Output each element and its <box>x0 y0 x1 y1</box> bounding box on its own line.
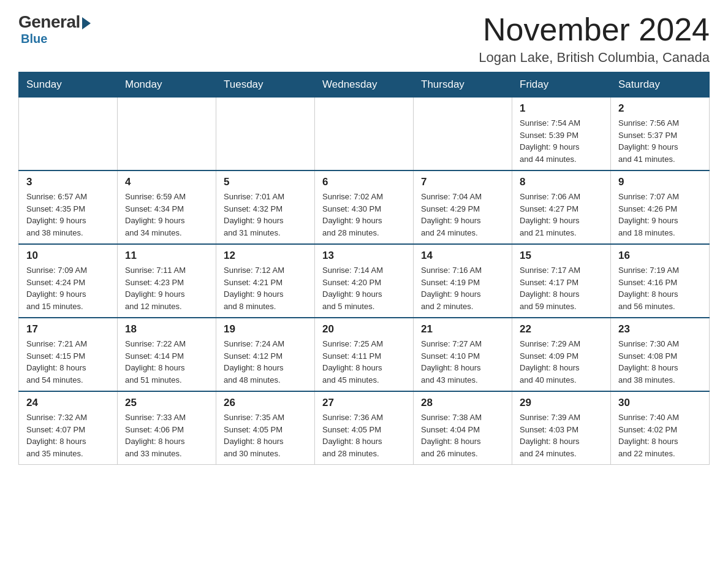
header-sunday: Sunday <box>19 72 118 98</box>
table-row: 3Sunrise: 6:57 AM Sunset: 4:35 PM Daylig… <box>19 170 118 244</box>
day-info: Sunrise: 7:38 AM Sunset: 4:04 PM Dayligh… <box>421 412 504 459</box>
table-row: 9Sunrise: 7:07 AM Sunset: 4:26 PM Daylig… <box>611 170 710 244</box>
table-row: 15Sunrise: 7:17 AM Sunset: 4:17 PM Dayli… <box>512 244 611 318</box>
day-number: 25 <box>125 397 208 409</box>
day-number: 20 <box>322 323 406 335</box>
calendar-week-row: 10Sunrise: 7:09 AM Sunset: 4:24 PM Dayli… <box>19 244 710 318</box>
day-number: 9 <box>618 176 702 188</box>
header-friday: Friday <box>512 72 611 98</box>
day-number: 5 <box>224 176 307 188</box>
day-number: 30 <box>618 397 702 409</box>
day-number: 21 <box>421 323 504 335</box>
day-number: 16 <box>618 250 702 262</box>
calendar-body: 1Sunrise: 7:54 AM Sunset: 5:39 PM Daylig… <box>19 98 710 465</box>
day-info: Sunrise: 7:33 AM Sunset: 4:06 PM Dayligh… <box>125 412 208 459</box>
day-info: Sunrise: 6:59 AM Sunset: 4:34 PM Dayligh… <box>125 191 208 239</box>
table-row <box>19 98 118 171</box>
table-row: 20Sunrise: 7:25 AM Sunset: 4:11 PM Dayli… <box>315 318 414 391</box>
day-number: 27 <box>322 397 406 409</box>
day-info: Sunrise: 7:04 AM Sunset: 4:29 PM Dayligh… <box>421 191 504 239</box>
day-info: Sunrise: 7:22 AM Sunset: 4:14 PM Dayligh… <box>125 338 208 386</box>
table-row: 21Sunrise: 7:27 AM Sunset: 4:10 PM Dayli… <box>414 318 512 391</box>
table-row: 23Sunrise: 7:30 AM Sunset: 4:08 PM Dayli… <box>611 318 710 391</box>
table-row: 13Sunrise: 7:14 AM Sunset: 4:20 PM Dayli… <box>315 244 414 318</box>
header-thursday: Thursday <box>414 72 512 98</box>
table-row: 19Sunrise: 7:24 AM Sunset: 4:12 PM Dayli… <box>216 318 315 391</box>
table-row: 30Sunrise: 7:40 AM Sunset: 4:02 PM Dayli… <box>611 391 710 465</box>
page-header: General Blue November 2024 Logan Lake, B… <box>18 12 710 66</box>
table-row: 22Sunrise: 7:29 AM Sunset: 4:09 PM Dayli… <box>512 318 611 391</box>
day-number: 14 <box>421 250 504 262</box>
day-info: Sunrise: 7:39 AM Sunset: 4:03 PM Dayligh… <box>520 412 603 459</box>
day-info: Sunrise: 7:12 AM Sunset: 4:21 PM Dayligh… <box>224 264 307 312</box>
table-row <box>414 98 512 171</box>
calendar-week-row: 24Sunrise: 7:32 AM Sunset: 4:07 PM Dayli… <box>19 391 710 465</box>
day-number: 22 <box>520 323 603 335</box>
day-info: Sunrise: 7:25 AM Sunset: 4:11 PM Dayligh… <box>322 338 406 386</box>
calendar-week-row: 17Sunrise: 7:21 AM Sunset: 4:15 PM Dayli… <box>19 318 710 391</box>
day-info: Sunrise: 7:27 AM Sunset: 4:10 PM Dayligh… <box>421 338 504 386</box>
table-row <box>118 98 216 171</box>
day-number: 11 <box>125 250 208 262</box>
day-number: 12 <box>224 250 307 262</box>
table-row: 2Sunrise: 7:56 AM Sunset: 5:37 PM Daylig… <box>611 98 710 171</box>
table-row: 28Sunrise: 7:38 AM Sunset: 4:04 PM Dayli… <box>414 391 512 465</box>
day-info: Sunrise: 7:21 AM Sunset: 4:15 PM Dayligh… <box>26 338 110 386</box>
logo-blue-text: Blue <box>21 32 47 46</box>
day-number: 2 <box>618 102 702 115</box>
day-number: 17 <box>26 323 110 335</box>
day-info: Sunrise: 7:36 AM Sunset: 4:05 PM Dayligh… <box>322 412 406 459</box>
month-title: November 2024 <box>479 12 710 47</box>
table-row: 5Sunrise: 7:01 AM Sunset: 4:32 PM Daylig… <box>216 170 315 244</box>
day-info: Sunrise: 7:09 AM Sunset: 4:24 PM Dayligh… <box>26 264 110 312</box>
day-number: 23 <box>618 323 702 335</box>
table-row: 11Sunrise: 7:11 AM Sunset: 4:23 PM Dayli… <box>118 244 216 318</box>
day-info: Sunrise: 7:17 AM Sunset: 4:17 PM Dayligh… <box>520 264 603 312</box>
day-info: Sunrise: 7:01 AM Sunset: 4:32 PM Dayligh… <box>224 191 307 239</box>
day-number: 26 <box>224 397 307 409</box>
day-info: Sunrise: 7:14 AM Sunset: 4:20 PM Dayligh… <box>322 264 406 312</box>
calendar-header-row: Sunday Monday Tuesday Wednesday Thursday… <box>19 72 710 98</box>
day-number: 8 <box>520 176 603 188</box>
table-row: 17Sunrise: 7:21 AM Sunset: 4:15 PM Dayli… <box>19 318 118 391</box>
day-number: 18 <box>125 323 208 335</box>
day-info: Sunrise: 7:07 AM Sunset: 4:26 PM Dayligh… <box>618 191 702 239</box>
table-row: 6Sunrise: 7:02 AM Sunset: 4:30 PM Daylig… <box>315 170 414 244</box>
day-number: 6 <box>322 176 406 188</box>
table-row: 18Sunrise: 7:22 AM Sunset: 4:14 PM Dayli… <box>118 318 216 391</box>
day-number: 13 <box>322 250 406 262</box>
table-row: 10Sunrise: 7:09 AM Sunset: 4:24 PM Dayli… <box>19 244 118 318</box>
day-info: Sunrise: 7:35 AM Sunset: 4:05 PM Dayligh… <box>224 412 307 459</box>
table-row <box>216 98 315 171</box>
day-info: Sunrise: 7:06 AM Sunset: 4:27 PM Dayligh… <box>520 191 603 239</box>
day-info: Sunrise: 7:54 AM Sunset: 5:39 PM Dayligh… <box>520 117 603 165</box>
day-number: 28 <box>421 397 504 409</box>
day-info: Sunrise: 7:16 AM Sunset: 4:19 PM Dayligh… <box>421 264 504 312</box>
table-row: 29Sunrise: 7:39 AM Sunset: 4:03 PM Dayli… <box>512 391 611 465</box>
calendar-week-row: 3Sunrise: 6:57 AM Sunset: 4:35 PM Daylig… <box>19 170 710 244</box>
header-tuesday: Tuesday <box>216 72 315 98</box>
table-row: 16Sunrise: 7:19 AM Sunset: 4:16 PM Dayli… <box>611 244 710 318</box>
table-row: 8Sunrise: 7:06 AM Sunset: 4:27 PM Daylig… <box>512 170 611 244</box>
day-info: Sunrise: 6:57 AM Sunset: 4:35 PM Dayligh… <box>26 191 110 239</box>
table-row: 4Sunrise: 6:59 AM Sunset: 4:34 PM Daylig… <box>118 170 216 244</box>
day-number: 15 <box>520 250 603 262</box>
day-info: Sunrise: 7:30 AM Sunset: 4:08 PM Dayligh… <box>618 338 702 386</box>
day-info: Sunrise: 7:02 AM Sunset: 4:30 PM Dayligh… <box>322 191 406 239</box>
table-row <box>315 98 414 171</box>
day-number: 7 <box>421 176 504 188</box>
header-monday: Monday <box>118 72 216 98</box>
logo-arrow-icon <box>82 17 91 29</box>
logo-general-text: General <box>18 12 80 32</box>
table-row: 24Sunrise: 7:32 AM Sunset: 4:07 PM Dayli… <box>19 391 118 465</box>
day-number: 10 <box>26 250 110 262</box>
day-number: 24 <box>26 397 110 409</box>
location-title: Logan Lake, British Columbia, Canada <box>479 50 710 66</box>
day-number: 1 <box>520 102 603 115</box>
calendar-table: Sunday Monday Tuesday Wednesday Thursday… <box>18 72 710 465</box>
header-wednesday: Wednesday <box>315 72 414 98</box>
day-number: 29 <box>520 397 603 409</box>
table-row: 7Sunrise: 7:04 AM Sunset: 4:29 PM Daylig… <box>414 170 512 244</box>
day-info: Sunrise: 7:11 AM Sunset: 4:23 PM Dayligh… <box>125 264 208 312</box>
day-info: Sunrise: 7:19 AM Sunset: 4:16 PM Dayligh… <box>618 264 702 312</box>
